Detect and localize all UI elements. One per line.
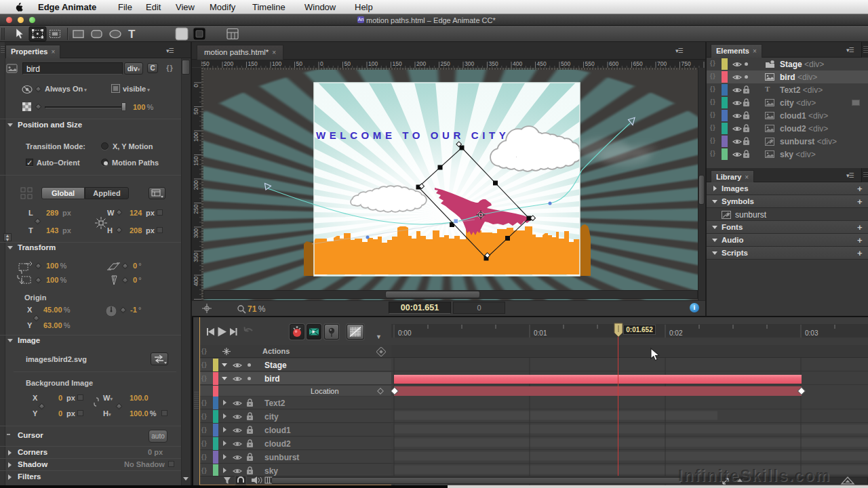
svg-text:350: 350 [193,252,199,262]
svg-text:0: 0 [320,60,323,67]
svg-text:250: 250 [193,204,199,214]
svg-text:100: 100 [193,132,199,142]
svg-text:150: 150 [193,156,199,165]
svg-text:T: T [128,28,136,41]
svg-text:200: 200 [193,180,199,190]
svg-text:0:03: 0:03 [805,329,818,337]
svg-text:50: 50 [193,108,199,115]
svg-text:WELCOME TO OUR CITY: WELCOME TO OUR CITY [316,129,509,141]
svg-text:0: 0 [193,84,199,87]
svg-text:400: 400 [193,277,199,286]
svg-text:300: 300 [193,228,199,238]
svg-text:0:02: 0:02 [669,329,683,337]
svg-text:0:00: 0:00 [398,329,412,337]
svg-text:0:01: 0:01 [534,329,547,337]
